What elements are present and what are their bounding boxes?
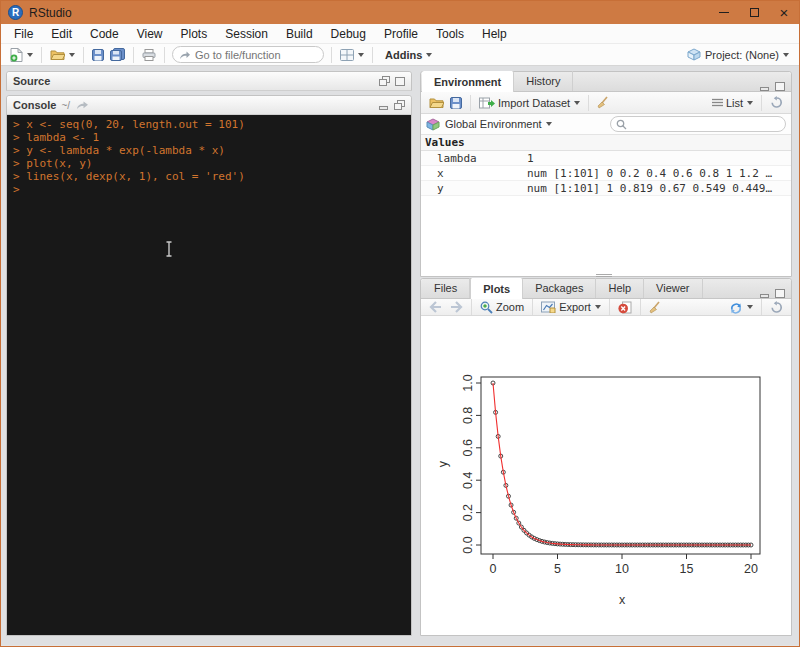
- svg-text:5: 5: [554, 562, 561, 576]
- menu-edit[interactable]: Edit: [42, 24, 81, 44]
- open-folder-icon: [429, 97, 444, 109]
- list-view-label: List: [726, 97, 743, 109]
- save-workspace-button[interactable]: [447, 96, 465, 110]
- new-file-button[interactable]: [7, 47, 36, 63]
- workspace-panes-button[interactable]: [337, 48, 367, 62]
- horizontal-splitter[interactable]: [596, 274, 612, 277]
- console-pane-title: Console: [13, 99, 56, 111]
- open-file-button[interactable]: [47, 48, 78, 62]
- remove-plot-button[interactable]: [615, 300, 635, 315]
- minimize-pane-icon[interactable]: [760, 82, 770, 91]
- tab-files[interactable]: Files: [422, 278, 470, 298]
- chevron-down-icon: [595, 305, 601, 309]
- list-icon: [712, 98, 723, 107]
- menu-code[interactable]: Code: [81, 24, 128, 44]
- refresh-icon: [770, 96, 783, 109]
- tab-packages[interactable]: Packages: [523, 278, 596, 298]
- close-button[interactable]: ×: [769, 1, 799, 24]
- tab-plots[interactable]: Plots: [470, 278, 523, 299]
- menu-build[interactable]: Build: [277, 24, 322, 44]
- environment-scope-row: Global Environment: [421, 114, 791, 135]
- object-name: x: [421, 167, 527, 180]
- tab-environment[interactable]: Environment: [422, 71, 514, 92]
- maximize-pane-icon[interactable]: [395, 77, 405, 86]
- menu-session[interactable]: Session: [216, 24, 277, 44]
- window-title: RStudio: [29, 6, 72, 20]
- plot-viewport: 051015200.00.20.40.60.81.0xy: [421, 316, 791, 635]
- chevron-down-icon: [546, 122, 552, 126]
- export-plot-button[interactable]: Export: [538, 300, 604, 314]
- environment-search-input[interactable]: [630, 118, 780, 130]
- svg-text:0.6: 0.6: [461, 439, 475, 456]
- maximize-button[interactable]: [739, 1, 769, 24]
- menu-plots[interactable]: Plots: [172, 24, 217, 44]
- addins-label: Addins: [385, 49, 422, 61]
- refresh-icon: [770, 301, 783, 314]
- console-output[interactable]: > x <- seq(0, 20, length.out = 101) > la…: [7, 115, 411, 635]
- popout-arrow-icon[interactable]: [76, 100, 89, 110]
- open-folder-icon: [50, 49, 65, 61]
- export-image-icon: [541, 301, 556, 313]
- save-all-button[interactable]: [107, 47, 128, 62]
- clear-environment-button[interactable]: [594, 95, 614, 110]
- next-plot-button[interactable]: [446, 300, 466, 314]
- svg-text:x: x: [619, 593, 626, 607]
- maximize-pane-icon[interactable]: [775, 82, 785, 91]
- environment-row-x[interactable]: x num [1:101] 0 0.2 0.4 0.6 0.8 1 1.2 …: [421, 166, 791, 181]
- minimize-pane-icon[interactable]: [760, 289, 770, 298]
- chevron-down-icon: [747, 101, 753, 105]
- load-workspace-button[interactable]: [426, 96, 447, 110]
- maximize-pane-icon[interactable]: [775, 289, 785, 298]
- tab-history[interactable]: History: [514, 71, 573, 91]
- restore-pane-icon[interactable]: [379, 76, 390, 86]
- environment-row-lambda[interactable]: lambda 1: [421, 151, 791, 166]
- previous-plot-button[interactable]: [426, 300, 446, 314]
- minimize-icon: [719, 12, 729, 13]
- refresh-environment-button[interactable]: [767, 95, 786, 110]
- svg-text:0: 0: [490, 562, 497, 576]
- list-view-button[interactable]: List: [709, 96, 756, 110]
- goto-file-search[interactable]: [172, 46, 324, 63]
- menu-file[interactable]: File: [5, 24, 42, 44]
- addins-button[interactable]: Addins: [378, 48, 435, 62]
- chevron-down-icon: [574, 101, 580, 105]
- publish-icon: [729, 301, 743, 314]
- object-value: num [1:101] 0 0.2 0.4 0.6 0.8 1 1.2 …: [527, 167, 791, 180]
- tab-help[interactable]: Help: [596, 278, 644, 298]
- refresh-plot-button[interactable]: [767, 300, 786, 315]
- menu-profile[interactable]: Profile: [375, 24, 427, 44]
- zoom-plot-button[interactable]: Zoom: [477, 300, 527, 315]
- chevron-down-icon: [426, 53, 432, 57]
- object-value: 1: [527, 152, 791, 165]
- minimize-pane-icon[interactable]: [379, 101, 389, 110]
- search-icon: [616, 119, 627, 130]
- object-value: num [1:101] 1 0.819 0.67 0.549 0.449…: [527, 182, 791, 195]
- restore-pane-icon[interactable]: [394, 100, 405, 110]
- menu-view[interactable]: View: [128, 24, 172, 44]
- project-selector[interactable]: Project: (None): [687, 48, 793, 61]
- minimize-button[interactable]: [709, 1, 739, 24]
- save-button[interactable]: [89, 48, 107, 62]
- vertical-splitter[interactable]: [412, 66, 420, 645]
- values-section-header: Values: [421, 135, 791, 151]
- maximize-icon: [750, 8, 759, 17]
- menu-tools[interactable]: Tools: [427, 24, 473, 44]
- tab-viewer[interactable]: Viewer: [644, 278, 702, 298]
- environment-search-box[interactable]: [610, 116, 786, 132]
- global-environment-selector[interactable]: Global Environment: [445, 118, 542, 130]
- publish-plot-button[interactable]: [726, 300, 756, 315]
- print-button[interactable]: [139, 48, 159, 62]
- svg-text:1.0: 1.0: [461, 374, 475, 391]
- console-line: > y <- lambda * exp(-lambda * x): [13, 144, 405, 157]
- save-all-icon: [110, 48, 125, 61]
- import-dataset-button[interactable]: Import Dataset: [476, 96, 583, 110]
- svg-text:10: 10: [615, 562, 629, 576]
- menu-debug[interactable]: Debug: [322, 24, 375, 44]
- menu-help[interactable]: Help: [473, 24, 516, 44]
- svg-text:0.0: 0.0: [461, 536, 475, 553]
- goto-file-input[interactable]: [195, 49, 315, 61]
- r-plot: 051015200.00.20.40.60.81.0xy: [421, 316, 793, 631]
- environment-row-y[interactable]: y num [1:101] 1 0.819 0.67 0.549 0.449…: [421, 181, 791, 196]
- clear-all-plots-button[interactable]: [646, 300, 666, 315]
- workbench: Source Console ~/ > x <- seq(0, 20, leng…: [1, 66, 799, 645]
